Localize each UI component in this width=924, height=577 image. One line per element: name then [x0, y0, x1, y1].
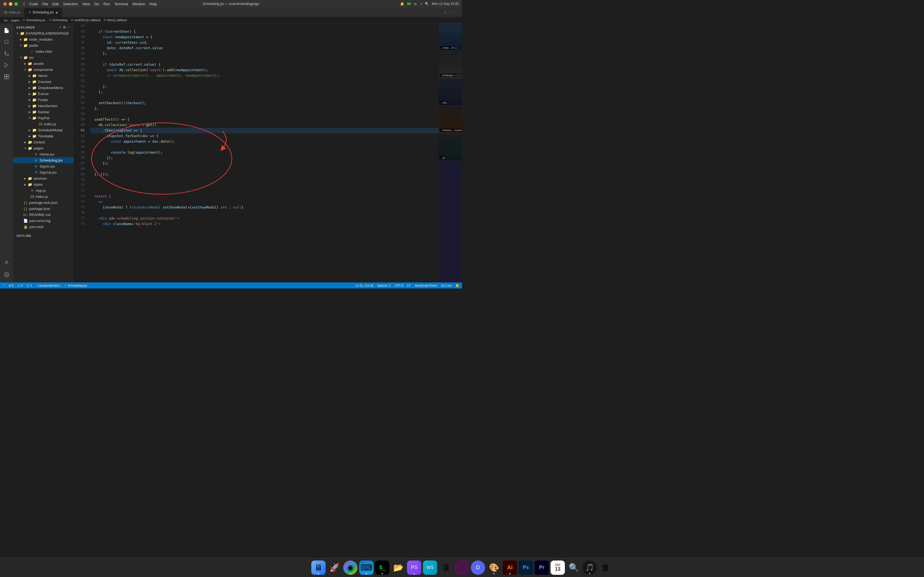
menu-go[interactable]: Go	[94, 2, 99, 6]
package-lock-file[interactable]: { } package-lock.json	[13, 200, 74, 206]
styles-folder[interactable]: ▶ 📁 styles	[13, 181, 74, 187]
window-controls[interactable]	[3, 2, 18, 6]
more-icon[interactable]: ···	[456, 10, 458, 14]
line-ending-status[interactable]: LF	[407, 284, 410, 287]
herosection-folder[interactable]: ▶ 📁 HeroSection	[13, 103, 74, 109]
home-jsx-file[interactable]: ⚛ Home.jsx	[13, 151, 74, 157]
editor-content[interactable]: 42 43 44 45 46 47 48 49 50 51 52 53 54 5…	[74, 23, 439, 282]
right-panel-landingpage[interactable]: ...landingpa...e	[439, 51, 462, 78]
search-activity-icon[interactable]	[1, 37, 12, 48]
code-line-46: date: dateRef.current.value	[90, 45, 439, 51]
menu-edit[interactable]: Edit	[53, 2, 58, 6]
menu-help[interactable]: Help	[149, 2, 157, 6]
code-editor[interactable]: if (currentUser) { const newAppointment …	[87, 23, 439, 282]
root-folder[interactable]: ▼ 📁 EVANDROLANDINGPAGE	[13, 30, 74, 36]
close-button[interactable]	[3, 2, 7, 6]
tab-index-js[interactable]: JS index.js	[0, 8, 24, 17]
context-folder[interactable]: ▶ 📁 context	[13, 139, 74, 145]
encoding-status[interactable]: UTF-8	[395, 284, 403, 287]
evince-folder[interactable]: ▶ 📁 Evince	[13, 91, 74, 97]
git-branch-status[interactable]: ⑂	[3, 284, 5, 287]
clock: Mon 13 Sep 23:45	[432, 2, 459, 6]
notifications-icon[interactable]: 🔔	[456, 284, 459, 287]
right-panel-settings[interactable]: ...gs	[439, 133, 462, 161]
split-icon[interactable]: ⋯	[449, 10, 453, 14]
bc-src[interactable]: src	[4, 19, 8, 22]
bc-scheduling-fn[interactable]: ⚛ Scheduling	[49, 18, 68, 22]
extensions-icon[interactable]	[1, 71, 12, 82]
src-index-js-file[interactable]: JS index.js	[13, 193, 74, 200]
notification-icon[interactable]: 🔔	[400, 2, 404, 6]
schedulemodal-folder[interactable]: ▶ 📁 ScheduleModal	[13, 127, 74, 133]
menu-run[interactable]: Run	[103, 2, 110, 6]
more-actions-icon[interactable]: ···	[67, 26, 70, 29]
code-line-67: });	[90, 161, 439, 166]
explorer-actions[interactable]: + ⊞ ···	[59, 26, 70, 29]
right-panel-portfolio[interactable]: ...folio	[439, 78, 462, 106]
signup-jsx-file[interactable]: ⚛ SignUp.jsx	[13, 169, 74, 175]
indent-status[interactable]: Spaces: 2	[377, 284, 391, 287]
editor: 42 43 44 45 46 47 48 49 50 51 52 53 54 5…	[74, 23, 439, 282]
files-icon[interactable]	[1, 25, 12, 36]
bc-useeffect[interactable]: ⚛ useEffect() callback	[71, 18, 101, 22]
pages-folder[interactable]: ▼ 📁 pages	[13, 145, 74, 151]
index-html-file[interactable]: ⬡ index.html	[13, 48, 74, 55]
menu-selection[interactable]: Selection	[63, 2, 78, 6]
bc-then[interactable]: ⚛ then() callback	[104, 18, 127, 22]
minimize-button[interactable]	[9, 2, 12, 6]
bc-pages[interactable]: pages	[11, 19, 19, 22]
cursor-position[interactable]: Ln 61, Col 26	[355, 284, 373, 287]
right-panel-firebase[interactable]: ...firebase-...master	[439, 106, 462, 133]
dropdownmenu-folder[interactable]: ▶ 📁 DropdownMenu	[13, 85, 74, 91]
code-line-50: await db.collection('users').add(newAppo…	[90, 67, 439, 73]
warning-status[interactable]: ⚠ 0	[17, 284, 23, 287]
public-folder[interactable]: ▼ 📁 public	[13, 42, 74, 48]
line-num: 73	[74, 194, 85, 199]
error-status[interactable]: ⊘ 0	[8, 284, 13, 287]
app-js-file[interactable]: ⚛ App.js	[13, 187, 74, 193]
tab-scheduling-jsx[interactable]: ⚛ Scheduling.jsx ●	[24, 8, 62, 17]
paypal-index-file[interactable]: JS index.js	[13, 121, 74, 127]
file-status[interactable]: ✓ Scheduling.jsx	[64, 284, 87, 287]
menu-code[interactable]: Code	[29, 2, 38, 6]
components-folder[interactable]: ▼ 📁 components	[13, 66, 74, 73]
new-file-icon[interactable]: +	[59, 26, 61, 29]
new-folder-icon[interactable]: ⊞	[63, 26, 66, 29]
yarn-error-file[interactable]: 📄 yarn-error.log	[13, 218, 74, 224]
readme-file[interactable]: M↓ README.md	[13, 211, 74, 218]
timetable-folder[interactable]: ▶ 📁 Timetable	[13, 133, 74, 139]
git-icon[interactable]	[1, 48, 12, 59]
menu-view[interactable]: View	[82, 2, 90, 6]
menu-file[interactable]: File	[42, 2, 48, 6]
run-icon[interactable]: ▷	[444, 10, 447, 14]
courses-folder[interactable]: ▶ 📁 Courses	[13, 79, 74, 85]
paypal-folder[interactable]: ▼ 📁 PayPal	[13, 115, 74, 121]
package-json-file[interactable]: { } package.json	[13, 206, 74, 211]
avatar-icon[interactable]	[1, 257, 12, 268]
bc-scheduling[interactable]: ⚛ Scheduling.jsx	[23, 18, 46, 22]
assets-folder[interactable]: ▶ 📁 assets	[13, 60, 74, 66]
git-branch-icon: ⑂	[3, 284, 5, 287]
node-modules-folder[interactable]: ▶ 📁 node_modules	[13, 36, 74, 42]
debug-icon[interactable]	[1, 60, 12, 71]
right-panel-bootcamp[interactable]: ...camp ...ck 11	[439, 23, 462, 51]
apple-menu[interactable]: 	[23, 2, 25, 6]
settings-activity-icon[interactable]	[1, 269, 12, 280]
scheduling-jsx-file[interactable]: ⚛ Scheduling.jsx	[13, 157, 74, 163]
maximize-button[interactable]	[14, 2, 18, 6]
menu-terminal[interactable]: Terminal	[115, 2, 128, 6]
navbar-folder[interactable]: ▶ 📁 Navbar	[13, 109, 74, 115]
footer-folder[interactable]: ▶ 📁 Footer	[13, 97, 74, 103]
golive-button[interactable]: Go Live	[441, 284, 452, 287]
eslint-status[interactable]: ✓ javascriptreact |	[36, 284, 60, 287]
signin-jsx-file[interactable]: ⚛ SignIn.jsx	[13, 163, 74, 169]
src-folder[interactable]: ▼ 📁 src	[13, 55, 74, 60]
file-label: index.html	[36, 50, 74, 53]
search-icon[interactable]: 🔍	[425, 2, 429, 6]
about-folder[interactable]: ▶ 📁 About	[13, 73, 74, 79]
yarn-lock-file[interactable]: 🔒 yarn.lock	[13, 224, 74, 230]
services-folder[interactable]: ▶ 📁 services	[13, 175, 74, 181]
info-status[interactable]: ⓘ 1	[26, 284, 32, 288]
menu-window[interactable]: Window	[132, 2, 145, 6]
language-mode-status[interactable]: JavaScript React	[414, 284, 437, 287]
